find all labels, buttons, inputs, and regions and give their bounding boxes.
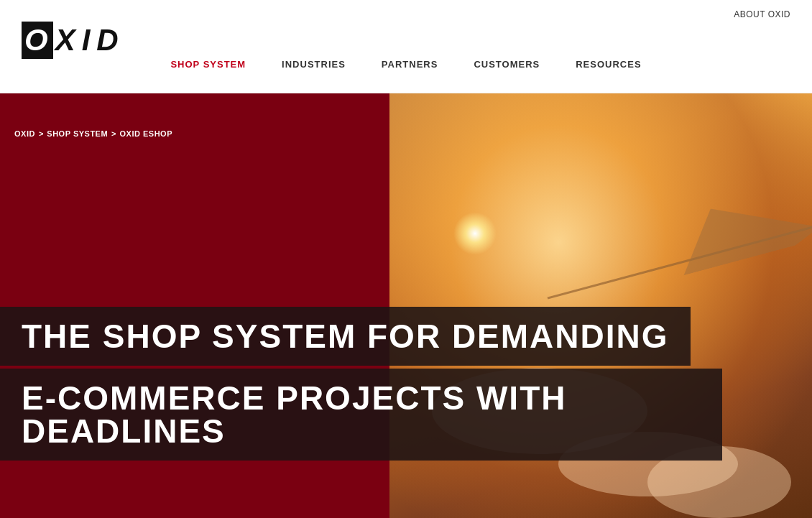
hero-title-block-1: THE SHOP SYSTEM FOR DEMANDING: [0, 307, 691, 366]
hero-title-line2: E-COMMERCE PROJECTS WITH DEADLINES: [22, 379, 566, 450]
nav-item-partners[interactable]: PARTNERS: [364, 52, 456, 77]
breadcrumb-eshop: OXID ESHOP: [120, 129, 172, 138]
hero-title-line1: THE SHOP SYSTEM FOR DEMANDING: [22, 318, 669, 355]
logo-letter-d: D: [94, 22, 122, 59]
about-link[interactable]: ABOUT OXID: [734, 9, 790, 19]
breadcrumb-shop-system[interactable]: SHOP SYSTEM: [47, 129, 108, 138]
logo-letter-x: X: [53, 22, 80, 59]
hero-plane-element: [548, 221, 812, 299]
hero-text-overlay: THE SHOP SYSTEM FOR DEMANDING E-COMMERCE…: [0, 307, 722, 461]
nav-item-customers[interactable]: CUSTOMERS: [456, 52, 558, 77]
breadcrumb-oxid[interactable]: OXID: [14, 129, 35, 138]
header: O X I D ABOUT OXID SHOP SYSTEM INDUSTRIE…: [0, 0, 812, 93]
nav-item-shop-system[interactable]: SHOP SYSTEM: [152, 52, 264, 77]
breadcrumb-sep-2: >: [111, 129, 116, 138]
hero-title-block-2: E-COMMERCE PROJECTS WITH DEADLINES: [0, 369, 722, 461]
breadcrumb-sep-1: >: [39, 129, 43, 138]
logo-letter-i: I: [80, 22, 95, 59]
hero-light-effect: [453, 212, 497, 255]
nav-item-resources[interactable]: RESOURCES: [558, 52, 659, 77]
hero-section: OXID > SHOP SYSTEM > OXID ESHOP THE SHOP…: [0, 93, 812, 518]
nav-item-industries[interactable]: INDUSTRIES: [264, 52, 364, 77]
logo-letter-o: O: [22, 22, 53, 59]
breadcrumb: OXID > SHOP SYSTEM > OXID ESHOP: [14, 129, 172, 138]
logo[interactable]: O X I D: [22, 22, 123, 59]
nav-list: SHOP SYSTEM INDUSTRIES PARTNERS CUSTOMER…: [152, 52, 659, 77]
